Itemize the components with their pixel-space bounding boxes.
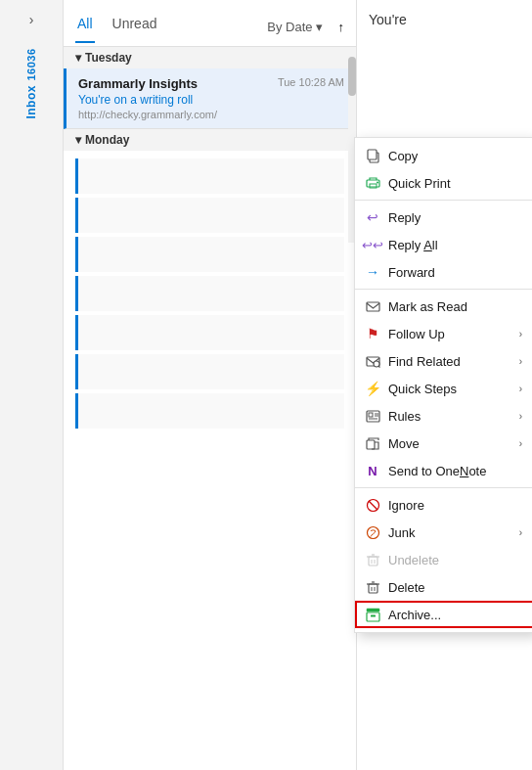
quick-steps-label: Quick Steps <box>388 382 457 396</box>
menu-divider-3 <box>355 487 532 488</box>
menu-item-send-to-onenote[interactable]: N Send to OneNote <box>355 457 532 484</box>
quick-print-icon <box>365 175 380 191</box>
reply-icon: ↩ <box>365 209 380 225</box>
svg-rect-22 <box>369 584 377 593</box>
menu-item-find-related[interactable]: Find Related › <box>355 347 532 375</box>
list-item[interactable] <box>75 237 344 272</box>
delete-label: Delete <box>388 580 425 595</box>
menu-item-quick-print[interactable]: Quick Print <box>355 169 532 197</box>
sidebar: › Inbox 16036 <box>0 0 64 770</box>
reply-label: Reply <box>388 210 421 225</box>
rules-chevron: › <box>519 411 522 422</box>
email-item[interactable]: Tue 10:28 AM Grammarly Insights You're o… <box>64 68 356 129</box>
menu-item-move[interactable]: Move › <box>355 430 532 457</box>
inbox-label[interactable]: Inbox 16036 <box>24 49 38 119</box>
find-related-chevron: › <box>519 356 522 367</box>
email-time: Tue 10:28 AM <box>278 76 344 88</box>
svg-rect-26 <box>367 609 379 611</box>
quick-print-label: Quick Print <box>388 176 451 191</box>
follow-up-icon: ⚑ <box>365 326 380 341</box>
list-item[interactable] <box>75 276 344 311</box>
chevron-down-icon: ▾ <box>316 20 323 34</box>
scroll-thumb[interactable] <box>348 57 356 96</box>
list-item[interactable] <box>75 198 344 233</box>
svg-rect-5 <box>367 302 379 311</box>
mark-as-read-label: Mark as Read <box>388 299 467 314</box>
inbox-count-badge: 16036 <box>25 49 37 81</box>
svg-rect-10 <box>369 413 373 417</box>
onenote-icon: N <box>365 463 380 478</box>
menu-item-reply-all[interactable]: ↩↩ Reply All <box>355 231 532 258</box>
menu-item-archive[interactable]: Archive... <box>355 601 532 628</box>
mark-as-read-icon <box>365 298 380 314</box>
list-item[interactable] <box>75 159 344 194</box>
svg-rect-14 <box>367 440 375 449</box>
menu-item-forward[interactable]: → Forward <box>355 258 532 286</box>
ignore-icon <box>365 497 380 513</box>
section-monday-label: Monday <box>85 133 129 147</box>
svg-rect-28 <box>371 614 376 616</box>
list-item[interactable] <box>75 315 344 350</box>
sort-by-date-button[interactable]: By Date ▾ <box>267 20 322 34</box>
menu-item-mark-as-read[interactable]: Mark as Read <box>355 293 532 320</box>
follow-up-label: Follow Up <box>388 327 445 341</box>
email-preview: http://checky.grammarly.com/ <box>78 109 344 120</box>
section-monday: ▾ Monday <box>64 129 356 151</box>
menu-item-delete[interactable]: Delete <box>355 573 532 601</box>
email-subject: You're on a writing roll <box>78 93 344 107</box>
sort-label: By Date <box>267 20 312 34</box>
list-item[interactable] <box>75 354 344 389</box>
section-tuesday: ▾ Tuesday <box>64 47 356 68</box>
menu-item-quick-steps[interactable]: ⚡ Quick Steps › <box>355 375 532 402</box>
copy-icon <box>365 148 380 163</box>
tab-unread[interactable]: Unread <box>111 12 159 43</box>
svg-line-16 <box>369 501 377 510</box>
delete-icon <box>365 579 380 595</box>
junk-icon <box>365 524 380 540</box>
junk-chevron: › <box>519 527 522 538</box>
find-related-label: Find Related <box>388 354 461 369</box>
menu-item-follow-up[interactable]: ⚑ Follow Up › <box>355 320 532 347</box>
list-item[interactable] <box>75 393 344 429</box>
archive-icon <box>365 607 380 622</box>
sidebar-collapse-button[interactable]: › <box>0 0 63 39</box>
quick-steps-chevron: › <box>519 384 522 394</box>
chevron-right-icon: › <box>29 12 34 27</box>
quick-steps-icon: ⚡ <box>365 381 380 396</box>
tabs-bar: All Unread By Date ▾ ↑ <box>64 0 356 47</box>
rules-icon <box>365 408 380 424</box>
forward-icon: → <box>365 264 380 280</box>
rules-label: Rules <box>388 409 421 424</box>
junk-label: Junk <box>388 525 415 540</box>
move-chevron: › <box>519 438 522 449</box>
menu-item-copy[interactable]: Copy <box>355 142 532 169</box>
svg-line-8 <box>378 366 380 368</box>
section-collapse-icon[interactable]: ▾ <box>75 51 81 65</box>
menu-divider-2 <box>355 289 532 290</box>
reply-all-label: Reply All <box>388 238 438 252</box>
menu-divider-1 <box>355 200 532 201</box>
tab-all[interactable]: All <box>75 12 95 43</box>
menu-item-reply[interactable]: ↩ Reply <box>355 204 532 231</box>
reply-all-icon: ↩↩ <box>365 237 380 252</box>
email-list-pane: All Unread By Date ▾ ↑ ▾ Tuesday Tue 10:… <box>64 0 357 770</box>
section-collapse-icon-monday[interactable]: ▾ <box>75 133 81 147</box>
send-to-onenote-label: Send to OneNote <box>388 464 486 478</box>
ignore-label: Ignore <box>388 498 424 513</box>
svg-rect-1 <box>368 150 377 159</box>
move-icon <box>365 435 380 451</box>
svg-point-17 <box>367 526 378 538</box>
monday-items <box>64 151 356 440</box>
sort-direction-button[interactable]: ↑ <box>338 20 345 34</box>
menu-item-ignore[interactable]: Ignore <box>355 491 532 519</box>
menu-item-rules[interactable]: Rules › <box>355 402 532 430</box>
section-tuesday-label: Tuesday <box>85 51 132 65</box>
menu-item-junk[interactable]: Junk › <box>355 519 532 546</box>
menu-item-undelete[interactable]: Undelete <box>355 546 532 573</box>
forward-label: Forward <box>388 265 435 280</box>
find-related-icon <box>365 353 380 369</box>
copy-label: Copy <box>388 149 418 163</box>
inbox-text: Inbox <box>24 85 38 119</box>
reading-pane-header: You're <box>357 0 532 39</box>
undelete-label: Undelete <box>388 553 439 567</box>
